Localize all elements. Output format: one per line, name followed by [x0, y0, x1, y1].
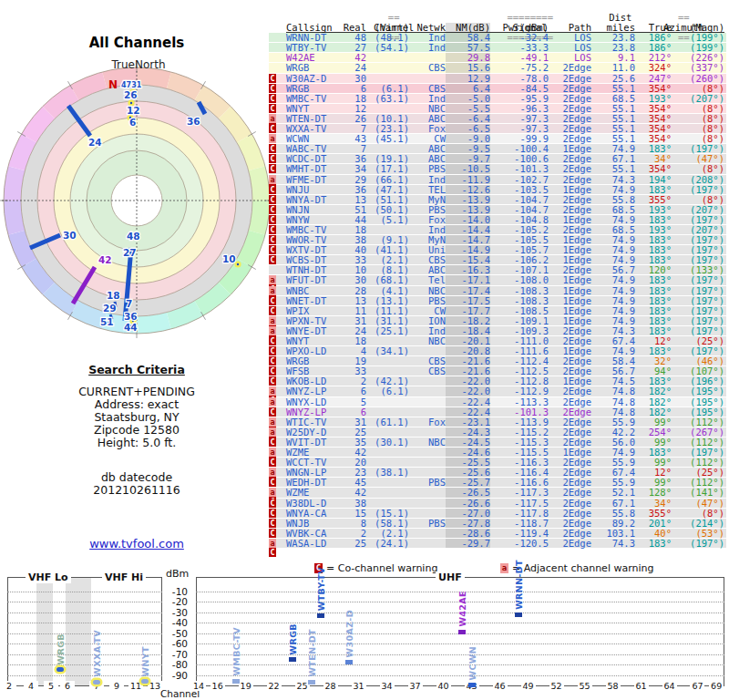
- azimuth-magnetic-cell: (196°): [672, 376, 724, 386]
- noise-margin-cell: -26.6: [446, 499, 490, 508]
- network-cell: NBC: [409, 438, 446, 447]
- real-channel-cell: 42: [342, 53, 366, 62]
- table-row: aCWNYZ-LP6(6.1)-22.0-112.92Edge74.8182°(…: [269, 386, 726, 396]
- real-channel-cell: 42: [342, 488, 366, 497]
- noise-margin-cell: -22.0: [446, 386, 490, 396]
- network-cell: CBS: [409, 366, 446, 376]
- network-cell: [409, 539, 446, 548]
- azimuth-magnetic-cell: (197°): [672, 326, 724, 335]
- azimuth-true-cell: 193°: [635, 94, 672, 103]
- signal-bar: [345, 660, 353, 664]
- noise-margin-cell: -17.1: [446, 275, 490, 284]
- power-cell: -102.7: [490, 175, 549, 184]
- distance-cell: 23.8: [591, 43, 635, 52]
- network-cell: [409, 448, 446, 457]
- callsign-cell: WKOB-LD: [284, 376, 342, 386]
- power-cell: -107.1: [490, 265, 549, 274]
- azimuth-true-cell: 182°: [635, 397, 672, 407]
- network-cell: Fox: [409, 124, 446, 133]
- power-cell: -109.1: [490, 316, 549, 325]
- distance-cell: 68.5: [591, 205, 635, 214]
- azimuth-magnetic-cell: (199°): [672, 43, 724, 52]
- power-cell: -112.8: [490, 376, 549, 386]
- network-cell: [409, 458, 446, 467]
- real-channel-cell: 24: [342, 326, 366, 335]
- distance-cell: 74.9: [591, 286, 635, 295]
- azimuth-true-cell: 182°: [635, 407, 672, 417]
- real-channel-cell: 43: [342, 134, 366, 143]
- co-channel-warning-icon: C: [269, 519, 276, 528]
- virtual-channel-cell: [366, 144, 409, 153]
- callsign-cell: WNYA-CA: [284, 509, 342, 518]
- distance-cell: 23.8: [591, 33, 635, 42]
- co-channel-warning-icon: C: [269, 74, 276, 83]
- virtual-channel-cell: (5.1): [366, 215, 409, 224]
- network-cell: CBS: [409, 63, 446, 72]
- station-label: W42AE: [457, 591, 467, 627]
- channel-tick-label: 34: [380, 681, 395, 691]
- network-cell: CBS: [409, 84, 446, 93]
- db-datecode-label: db datecode: [36, 471, 237, 484]
- callsign-cell: WRGB: [284, 63, 342, 72]
- azimuth-true-cell: 99°: [635, 417, 672, 427]
- radar-channel-label: 27: [123, 247, 137, 258]
- noise-margin-cell: -17.7: [446, 306, 490, 315]
- warning-markers: C: [269, 366, 284, 376]
- distance-cell: 74.8: [591, 386, 635, 396]
- path-cell: 2Edge: [549, 175, 591, 184]
- virtual-channel-cell: (45.1): [366, 134, 409, 143]
- warning-markers: C: [269, 164, 284, 173]
- real-channel-cell: 48: [342, 33, 366, 42]
- path-cell: 2Edge: [549, 509, 591, 518]
- co-channel-warning-icon: C: [269, 124, 276, 133]
- network-cell: ION: [409, 316, 446, 325]
- power-cell: -108.5: [490, 306, 549, 315]
- azimuth-true-cell: 212°: [635, 53, 672, 62]
- distance-cell: 55.8: [591, 195, 635, 204]
- virtual-channel-cell: [366, 478, 409, 487]
- path-cell: 2Edge: [549, 529, 591, 538]
- distance-cell: 74.3: [591, 326, 635, 335]
- gridline: [7, 623, 162, 623]
- power-cell: -117.3: [490, 488, 549, 497]
- path-cell: 2Edge: [549, 366, 591, 376]
- network-cell: [409, 53, 446, 62]
- virtual-channel-cell: (10.1): [366, 114, 409, 123]
- callsign-cell: WNYX-LD: [284, 397, 342, 407]
- gridline: [7, 612, 162, 613]
- power-cell: -108.3: [490, 296, 549, 305]
- callsign-cell: W42AE: [284, 53, 342, 62]
- distance-cell: 74.9: [591, 296, 635, 305]
- azimuth-true-cell: 186°: [635, 33, 672, 42]
- network-cell: NBC: [409, 286, 446, 295]
- co-channel-warning-icon: C: [269, 458, 276, 467]
- network-cell: [409, 397, 446, 407]
- adjacent-warning-icon: a: [269, 175, 276, 184]
- callsign-cell: WNJU: [284, 185, 342, 194]
- power-cell: -104.7: [490, 205, 549, 214]
- warning-markers: aC: [269, 326, 284, 335]
- dbm-tick-label: -90: [162, 670, 188, 681]
- co-channel-warning-icon: C: [269, 478, 276, 487]
- path-cell: 1Edge: [549, 144, 591, 153]
- tvfool-home-link[interactable]: www.tvfool.com: [68, 537, 205, 551]
- path-cell: 2Edge: [549, 154, 591, 163]
- path-cell: 1Edge: [549, 255, 591, 264]
- noise-margin-cell: -14.0: [446, 215, 490, 224]
- callsign-cell: WTNH-DT: [284, 265, 342, 274]
- search-address-type: Address: exact: [36, 398, 237, 411]
- azimuth-true-cell: 354°: [635, 134, 672, 143]
- warning-markers: C: [269, 94, 284, 103]
- distance-cell: 68.5: [591, 225, 635, 234]
- radar-channel-label: 30: [63, 230, 77, 241]
- table-row: WRGB24CBS15.6-75.22Edge11.0324°(337°): [269, 63, 726, 73]
- power-cell: -113.3: [490, 397, 549, 407]
- distance-cell: 55.8: [591, 509, 635, 518]
- network-cell: MyN: [409, 235, 446, 244]
- distance-cell: 58.4: [591, 356, 635, 365]
- distance-cell: 42.2: [591, 427, 635, 437]
- path-cell: 2Edge: [549, 195, 591, 204]
- search-mode: CURRENT+PENDING: [36, 386, 237, 398]
- radar-channel-label: 36: [124, 311, 138, 322]
- warning-markers: C: [269, 195, 284, 204]
